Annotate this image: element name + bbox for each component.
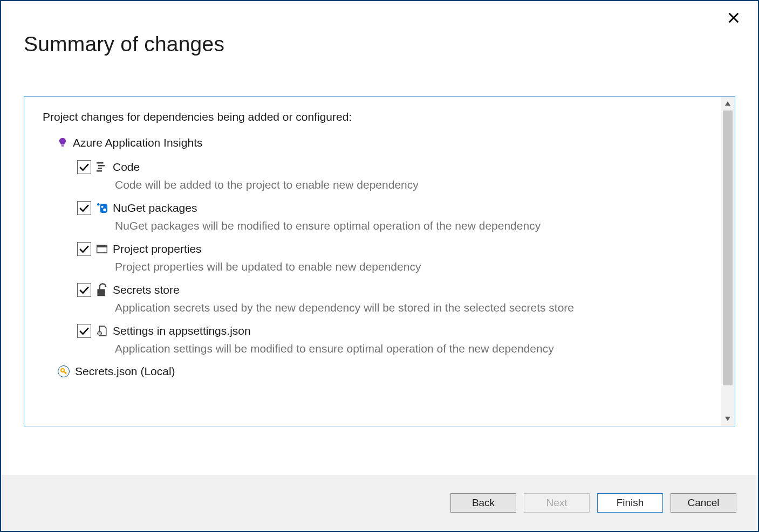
check-icon: [79, 286, 89, 294]
item-title: Secrets store: [113, 284, 180, 296]
svg-line-19: [98, 332, 99, 333]
svg-point-23: [99, 333, 100, 334]
close-icon: [728, 12, 740, 24]
change-item-secrets-store: Secrets store Application secrets used b…: [77, 283, 702, 314]
scrollbar-thumb[interactable]: [723, 110, 733, 385]
key-icon: [58, 365, 70, 377]
svg-rect-5: [98, 165, 105, 167]
svg-rect-2: [61, 145, 64, 146]
checkbox-code[interactable]: [77, 160, 91, 174]
lightbulb-icon: [58, 137, 67, 148]
check-icon: [79, 245, 89, 253]
change-item-appsettings: Settings in appsettings.json Application…: [77, 324, 702, 355]
svg-rect-7: [97, 170, 102, 172]
svg-rect-4: [97, 162, 104, 164]
window-icon: [97, 244, 107, 254]
checkbox-secrets-store[interactable]: [77, 283, 91, 297]
chevron-up-icon: [724, 101, 731, 106]
chevron-down-icon: [724, 416, 731, 422]
checkbox-nuget[interactable]: [77, 201, 91, 215]
item-desc: Application secrets used by the new depe…: [115, 301, 702, 314]
scrollbar-track[interactable]: [721, 110, 735, 412]
check-icon: [79, 163, 89, 171]
svg-line-21: [101, 332, 101, 333]
svg-point-8: [97, 203, 99, 205]
page-title: Summary of changes: [24, 32, 758, 56]
scrollbar[interactable]: [721, 96, 735, 426]
item-title: NuGet packages: [113, 202, 197, 215]
scroll-up-button[interactable]: [721, 96, 735, 110]
check-icon: [79, 327, 89, 335]
svg-rect-6: [98, 168, 102, 169]
item-title: Settings in appsettings.json: [113, 324, 251, 337]
checkbox-project-properties[interactable]: [77, 242, 91, 256]
code-icon: [97, 162, 107, 172]
dependency-header: Azure Application Insights: [58, 136, 702, 149]
next-button: Next: [524, 493, 590, 513]
change-items: Code Code will be added to the project t…: [77, 160, 702, 355]
finish-button[interactable]: Finish: [597, 493, 663, 513]
svg-line-26: [65, 372, 66, 373]
svg-marker-28: [725, 417, 730, 421]
svg-line-20: [101, 334, 101, 335]
nuget-icon: [97, 203, 107, 213]
changes-scroll-area: Project changes for dependencies being a…: [24, 96, 721, 426]
secrets-json-row: Secrets.json (Local): [58, 365, 702, 378]
dialog-window: Summary of changes Project changes for d…: [0, 0, 759, 532]
svg-marker-27: [725, 101, 730, 106]
item-title: Project properties: [113, 243, 202, 255]
svg-point-9: [101, 206, 104, 208]
scroll-down-button[interactable]: [721, 412, 735, 426]
secrets-json-label: Secrets.json (Local): [75, 365, 175, 378]
dialog-footer: Back Next Finish Cancel: [1, 475, 758, 531]
lock-open-icon: [97, 285, 107, 295]
change-item-nuget: NuGet packages NuGet packages will be mo…: [77, 201, 702, 232]
change-item-project-properties: Project properties Project properties wi…: [77, 242, 702, 273]
item-desc: Application settings will be modified to…: [115, 342, 702, 355]
checkbox-appsettings[interactable]: [77, 324, 91, 338]
close-button[interactable]: [728, 12, 743, 27]
settings-file-icon: [97, 326, 107, 336]
dependency-label: Azure Application Insights: [73, 136, 202, 149]
item-title: Code: [113, 161, 140, 174]
item-desc: NuGet packages will be modified to ensur…: [115, 219, 702, 232]
intro-text: Project changes for dependencies being a…: [43, 110, 702, 123]
check-icon: [79, 204, 89, 212]
svg-rect-13: [97, 289, 105, 296]
item-desc: Code will be added to the project to ena…: [115, 178, 702, 191]
change-item-code: Code Code will be added to the project t…: [77, 160, 702, 191]
changes-panel: Project changes for dependencies being a…: [24, 96, 735, 426]
svg-rect-3: [61, 147, 64, 147]
svg-line-22: [98, 334, 99, 335]
svg-rect-12: [97, 245, 107, 247]
item-desc: Project properties will be updated to en…: [115, 260, 702, 273]
cancel-button[interactable]: Cancel: [671, 493, 736, 513]
back-button[interactable]: Back: [450, 493, 516, 513]
svg-point-10: [103, 209, 106, 211]
